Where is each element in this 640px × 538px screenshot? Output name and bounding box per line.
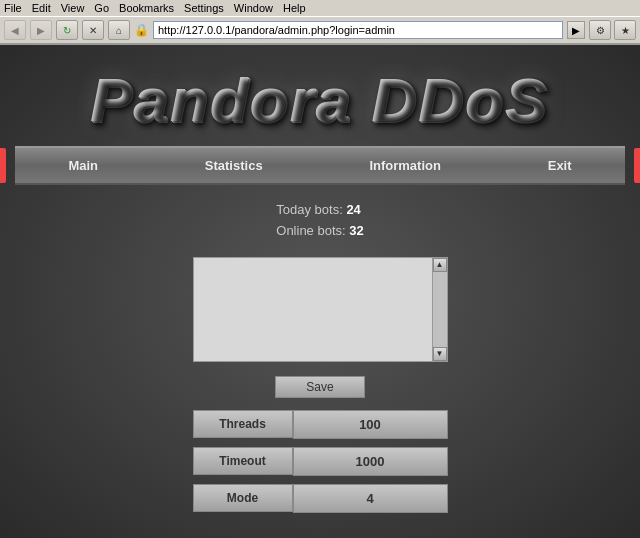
home-button[interactable]: ⌂ [108,20,130,40]
toolbar-extra-1[interactable]: ⚙ [589,20,611,40]
navigation-bar: Main Statistics Information Exit [15,146,625,185]
today-bots-stat: Today bots: 24 [276,200,363,221]
browser-chrome: File Edit View Go Bookmarks Settings Win… [0,0,640,45]
page-content: Pandora DDoS Main Statistics Information… [0,45,640,538]
forward-button[interactable]: ▶ [30,20,52,40]
menu-window[interactable]: Window [234,2,273,14]
logo-area: Pandora DDoS [0,45,640,146]
threads-row: Threads 100 [193,410,448,439]
back-button[interactable]: ◀ [4,20,26,40]
nav-exit[interactable]: Exit [528,156,592,175]
threads-value[interactable]: 100 [293,410,448,439]
menu-file[interactable]: File [4,2,22,14]
menu-settings[interactable]: Settings [184,2,224,14]
menu-view[interactable]: View [61,2,85,14]
menu-edit[interactable]: Edit [32,2,51,14]
toolbar-right: ⚙ ★ [589,20,636,40]
refresh-button[interactable]: ↻ [56,20,78,40]
lock-icon: 🔒 [134,23,149,37]
bot-stats: Today bots: 24 Online bots: 32 [276,200,363,242]
toolbar-extra-2[interactable]: ★ [614,20,636,40]
address-input[interactable] [153,21,563,39]
menu-go[interactable]: Go [94,2,109,14]
mode-row: Mode 4 [193,484,448,513]
menu-bar: File Edit View Go Bookmarks Settings Win… [0,0,640,16]
timeout-label[interactable]: Timeout [193,447,293,475]
logo-text: Pandora DDoS [0,65,640,136]
nav-main[interactable]: Main [48,156,118,175]
nav-information[interactable]: Information [349,156,461,175]
textarea-container: ▲ ▼ [193,257,448,366]
scroll-down-button[interactable]: ▼ [433,347,447,361]
mode-label[interactable]: Mode [193,484,293,512]
save-button[interactable]: Save [275,376,364,398]
main-content: Today bots: 24 Online bots: 32 ▲ ▼ Save … [0,185,640,521]
stop-button[interactable]: ✕ [82,20,104,40]
nav-statistics[interactable]: Statistics [185,156,283,175]
menu-bookmarks[interactable]: Bookmarks [119,2,174,14]
timeout-row: Timeout 1000 [193,447,448,476]
mode-value[interactable]: 4 [293,484,448,513]
timeout-value[interactable]: 1000 [293,447,448,476]
online-bots-stat: Online bots: 32 [276,221,363,242]
scrollbar[interactable]: ▲ ▼ [432,257,448,362]
main-textarea[interactable] [193,257,448,362]
threads-label[interactable]: Threads [193,410,293,438]
go-button[interactable]: ▶ [567,21,585,39]
toolbar: ◀ ▶ ↻ ✕ ⌂ 🔒 ▶ ⚙ ★ [0,16,640,44]
scroll-up-button[interactable]: ▲ [433,258,447,272]
menu-help[interactable]: Help [283,2,306,14]
address-bar: 🔒 ▶ [134,21,585,39]
